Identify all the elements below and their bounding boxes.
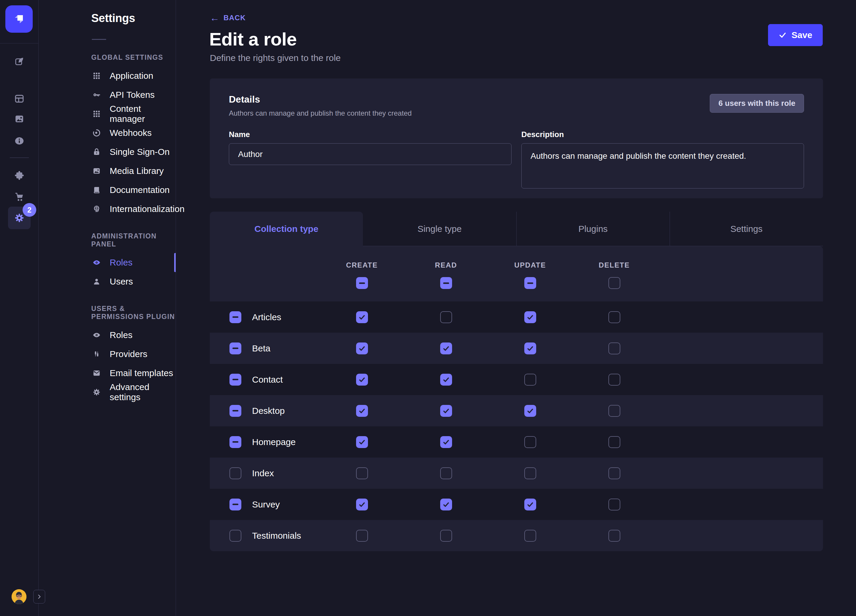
- check-icon: [358, 345, 366, 352]
- settings-notification-badge: 2: [23, 203, 36, 217]
- homepage-read-checkbox[interactable]: [440, 436, 452, 448]
- survey-row-checkbox[interactable]: [229, 499, 241, 510]
- select-all-delete-checkbox[interactable]: [608, 277, 620, 289]
- homepage-row-checkbox[interactable]: [229, 436, 241, 448]
- index-create-checkbox[interactable]: [356, 467, 368, 479]
- row-label: Articles: [252, 312, 281, 322]
- tab-plugins[interactable]: Plugins: [516, 212, 670, 246]
- minus-icon: [232, 441, 239, 443]
- index-read-checkbox[interactable]: [440, 467, 452, 479]
- testimonials-delete-checkbox[interactable]: [608, 530, 620, 542]
- sidebar-item-label: Media Library: [110, 166, 164, 176]
- select-all-create-checkbox[interactable]: [356, 277, 368, 289]
- avatar-illustration: [12, 589, 26, 604]
- articles-delete-checkbox[interactable]: [608, 311, 620, 323]
- index-update-checkbox[interactable]: [524, 467, 536, 479]
- sidebar-item-users[interactable]: Users: [39, 272, 176, 291]
- details-title: Details: [229, 94, 412, 105]
- sidebar-item-providers[interactable]: Providers: [39, 345, 176, 363]
- select-all-update-checkbox[interactable]: [524, 277, 536, 289]
- desktop-create-checkbox[interactable]: [356, 405, 368, 417]
- testimonials-update-checkbox[interactable]: [524, 530, 536, 542]
- layout-icon: [14, 94, 25, 104]
- sidebar-item-application[interactable]: Application: [39, 66, 176, 85]
- homepage-delete-checkbox[interactable]: [608, 436, 620, 448]
- contact-row-checkbox[interactable]: [229, 374, 241, 386]
- beta-read-checkbox[interactable]: [440, 342, 452, 354]
- sidebar-item-internationalization[interactable]: Internationalization: [39, 200, 176, 219]
- rail-item-cart[interactable]: [0, 192, 38, 202]
- index-delete-checkbox[interactable]: [608, 467, 620, 479]
- role-description-textarea[interactable]: Authors can manage and publish the conte…: [521, 143, 804, 188]
- tab-collection-type[interactable]: Collection type: [210, 212, 363, 246]
- tab-settings[interactable]: Settings: [670, 212, 823, 246]
- sidebar-divider: [92, 39, 106, 40]
- articles-read-checkbox[interactable]: [440, 311, 452, 323]
- homepage-create-checkbox[interactable]: [356, 436, 368, 448]
- contact-delete-checkbox[interactable]: [608, 374, 620, 386]
- survey-update-checkbox[interactable]: [524, 499, 536, 510]
- rail-item-layout[interactable]: [0, 94, 38, 104]
- contact-create-checkbox[interactable]: [356, 374, 368, 386]
- sidebar-item-roles[interactable]: Roles: [39, 325, 176, 345]
- desktop-update-checkbox[interactable]: [524, 405, 536, 417]
- sidebar-item-advanced-settings[interactable]: Advanced settings: [39, 383, 176, 402]
- user-icon: [92, 277, 101, 286]
- sidebar-item-webhooks[interactable]: Webhooks: [39, 123, 176, 142]
- tab-single-type[interactable]: Single type: [363, 212, 516, 246]
- sidebar-item-email-templates[interactable]: Email templates: [39, 363, 176, 383]
- beta-create-checkbox[interactable]: [356, 342, 368, 354]
- survey-create-checkbox[interactable]: [356, 499, 368, 510]
- back-link[interactable]: ← BACK: [210, 13, 246, 23]
- minus-icon: [232, 379, 239, 380]
- cart-icon: [14, 192, 25, 202]
- testimonials-read-checkbox[interactable]: [440, 530, 452, 542]
- sidebar-item-api-tokens[interactable]: API Tokens: [39, 85, 176, 104]
- homepage-update-checkbox[interactable]: [524, 436, 536, 448]
- rail-item-info[interactable]: [0, 136, 38, 146]
- rail-item-puzzle[interactable]: [0, 170, 38, 180]
- sidebar-item-label: Advanced settings: [110, 382, 176, 402]
- strapi-logo[interactable]: [5, 5, 33, 33]
- select-all-read-checkbox[interactable]: [440, 277, 452, 289]
- testimonials-create-checkbox[interactable]: [356, 530, 368, 542]
- strapi-logo-icon: [11, 11, 27, 27]
- back-label: BACK: [223, 14, 246, 22]
- desktop-read-checkbox[interactable]: [440, 405, 452, 417]
- check-icon: [527, 313, 534, 321]
- row-label: Desktop: [252, 406, 285, 416]
- sidebar-item-single-sign-on[interactable]: Single Sign-On: [39, 142, 176, 162]
- articles-row-checkbox[interactable]: [229, 311, 241, 323]
- sidebar-item-content-manager[interactable]: Content manager: [39, 104, 176, 123]
- user-avatar[interactable]: [12, 589, 26, 604]
- rail-item-feather[interactable]: [0, 57, 38, 66]
- save-button[interactable]: Save: [768, 24, 823, 46]
- sidebar-item-documentation[interactable]: Documentation: [39, 180, 176, 200]
- survey-delete-checkbox[interactable]: [608, 499, 620, 510]
- role-name-input[interactable]: [229, 143, 511, 165]
- articles-create-checkbox[interactable]: [356, 311, 368, 323]
- contact-update-checkbox[interactable]: [524, 374, 536, 386]
- row-label: Homepage: [252, 437, 296, 447]
- sidebar-item-media-library[interactable]: Media Library: [39, 162, 176, 180]
- permission-row-testimonials: Testimonials: [210, 520, 823, 551]
- beta-row-checkbox[interactable]: [229, 342, 241, 354]
- expand-nav-button[interactable]: [33, 590, 45, 604]
- info-icon: [14, 136, 25, 146]
- beta-update-checkbox[interactable]: [524, 342, 536, 354]
- minus-icon: [232, 504, 239, 505]
- sidebar-item-roles[interactable]: Roles: [39, 253, 176, 272]
- beta-delete-checkbox[interactable]: [608, 342, 620, 354]
- testimonials-row-checkbox[interactable]: [229, 530, 241, 542]
- articles-update-checkbox[interactable]: [524, 311, 536, 323]
- desktop-row-checkbox[interactable]: [229, 405, 241, 417]
- contact-read-checkbox[interactable]: [440, 374, 452, 386]
- users-with-role-button[interactable]: 6 users with this role: [710, 94, 804, 113]
- rail-item-media[interactable]: [0, 114, 38, 124]
- index-row-checkbox[interactable]: [229, 467, 241, 479]
- survey-read-checkbox[interactable]: [440, 499, 452, 510]
- desktop-delete-checkbox[interactable]: [608, 405, 620, 417]
- minus-icon: [232, 316, 239, 318]
- rail-divider: [0, 43, 38, 43]
- lock-icon: [92, 148, 101, 156]
